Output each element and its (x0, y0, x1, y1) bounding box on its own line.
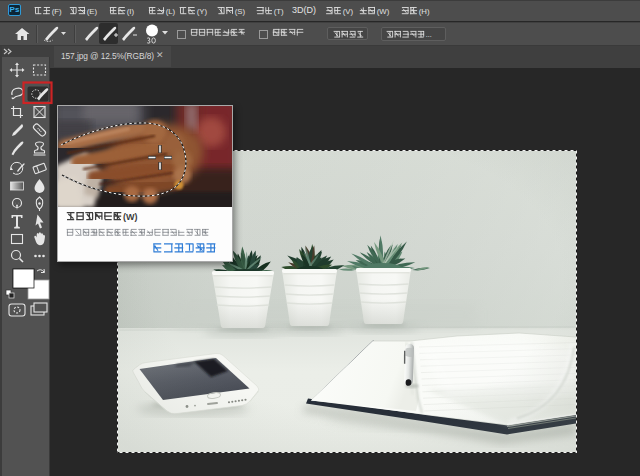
svg-text:(T): (T) (274, 7, 284, 16)
svg-text:(I): (I) (127, 7, 135, 16)
svg-text:...: ... (426, 31, 432, 38)
svg-text:(W): (W) (122, 212, 136, 222)
svg-text:(F): (F) (52, 7, 62, 16)
svg-text:(S): (S) (235, 7, 246, 16)
svg-text:(E): (E) (87, 7, 98, 16)
svg-text:(L): (L) (166, 7, 176, 16)
svg-text:(H): (H) (419, 7, 430, 16)
svg-text:(W): (W) (377, 7, 390, 16)
svg-text:(V): (V) (343, 7, 354, 16)
svg-text:(Y): (Y) (197, 7, 208, 16)
